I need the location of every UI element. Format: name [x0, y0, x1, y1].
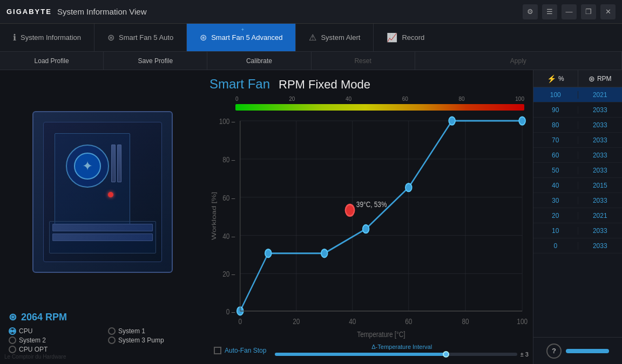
minimize-icon[interactable]: — [562, 4, 577, 19]
rpm-row: 60 2033 [533, 148, 622, 163]
settings-icon[interactable]: ⚙ [523, 4, 538, 19]
ram-stick-2 [117, 145, 121, 182]
rpm-cell-rpm: 2033 [578, 227, 623, 235]
list-icon[interactable]: ☰ [542, 4, 557, 19]
svg-text:60: 60 [405, 317, 412, 326]
help-slider[interactable] [566, 349, 609, 353]
chart-point-4[interactable] [405, 183, 412, 191]
delta-temperature-section: Δ-Temperature Interval ± 3 [275, 344, 529, 358]
rpm-cell-rpm: 2021 [578, 91, 623, 99]
expansion-card-1 [52, 224, 153, 231]
fan-rpm-value: 2064 RPM [21, 312, 67, 323]
chart-point-2[interactable] [321, 249, 328, 257]
window-controls: ⚙ ☰ — ❐ ✕ [523, 4, 616, 19]
nav-tabs: ℹ System Information ⊛ Smart Fan 5 Auto … [0, 24, 622, 52]
chart-point-6[interactable] [519, 117, 525, 125]
rpm-col-rpm-label: RPM [597, 75, 612, 83]
reset-button[interactable]: Reset [312, 52, 415, 70]
expansion-card-2 [52, 233, 153, 241]
close-icon[interactable]: ✕ [600, 4, 616, 19]
auto-fan-stop-checkbox[interactable] [214, 347, 221, 354]
temperature-gradient-bar [209, 104, 529, 111]
svg-text:20 –: 20 – [222, 270, 235, 279]
fan-source-selector: CPU System 1 System 2 System 3 Pump CPU … [9, 327, 197, 353]
rpm-table-header: ⚡ % ⊛ RPM [533, 70, 622, 87]
radio-cpu[interactable]: CPU [9, 327, 97, 335]
fan-info: ⊛ 2064 RPM CPU System 1 System 2 [6, 307, 199, 358]
titlebar: GIGABYTE System Information View ⚙ ☰ — ❐… [0, 0, 622, 24]
delta-temp-slider[interactable] [275, 353, 517, 356]
rpm-col-header-rpm: ⊛ RPM [578, 70, 623, 87]
chart-point-3[interactable] [363, 225, 369, 233]
pc-case-inner: ✦ [43, 122, 162, 262]
radio-system2[interactable]: System 2 [9, 336, 97, 344]
save-profile-button[interactable]: Save Profile [104, 52, 207, 70]
chart-title-mode: RPM Fixed Mode [279, 78, 370, 92]
rpm-cell-percent: 30 [533, 197, 578, 204]
cpu-fan-inner: ✦ [74, 153, 101, 180]
rpm-cell-rpm: 2033 [578, 152, 623, 159]
rpm-cell-rpm: 2021 [578, 212, 623, 219]
chart-point-1[interactable] [265, 249, 272, 257]
chart-title-smart: Smart Fan [209, 77, 270, 92]
help-button[interactable]: ? [546, 344, 562, 359]
tab-system-info[interactable]: ℹ System Information [0, 24, 94, 51]
tab-smart-fan-auto[interactable]: ⊛ Smart Fan 5 Auto [94, 24, 187, 51]
svg-text:39°C, 53%: 39°C, 53% [356, 200, 387, 209]
fan-icon: ⊛ [589, 74, 595, 83]
svg-text:40: 40 [349, 317, 356, 326]
record-icon: 📈 [387, 32, 397, 43]
chart-svg-container[interactable]: .grid-line { stroke: #2a2d35; stroke-wid… [209, 113, 529, 340]
svg-text:40 –: 40 – [222, 231, 235, 241]
fan-rpm-icon: ⊛ [9, 311, 17, 323]
calibrate-label: Calibrate [246, 57, 272, 65]
temp-gradient [235, 104, 524, 111]
rpm-row: 100 2021 [533, 87, 622, 102]
rpm-cell-percent: 60 [533, 152, 578, 159]
calibrate-button[interactable]: Calibrate [207, 52, 311, 70]
rpm-cell-percent: 80 [533, 121, 578, 129]
fan-advanced-icon: ⊛ [200, 32, 207, 43]
radio-system3[interactable]: System 3 Pump [108, 336, 197, 344]
rpm-table-body: 100 2021 90 2033 80 2033 70 2033 60 2033… [533, 87, 622, 337]
svg-text:80: 80 [462, 317, 469, 326]
radio-system2-label: System 2 [19, 336, 46, 344]
tab-record-label: Record [402, 33, 424, 42]
rpm-row: 0 2033 [533, 238, 622, 253]
load-profile-button[interactable]: Load Profile [0, 52, 104, 70]
rpm-cell-rpm: 2015 [578, 182, 623, 189]
rpm-row: 40 2015 [533, 178, 622, 193]
auto-fan-stop-control[interactable]: Auto-Fan Stop [214, 347, 266, 354]
ram-stick-1 [111, 145, 116, 182]
fan-indicator-dot [108, 192, 113, 197]
rpm-cell-percent: 10 [533, 227, 578, 235]
fan-auto-icon: ⊛ [107, 32, 114, 43]
restore-icon[interactable]: ❐ [581, 4, 596, 19]
radio-circle-cpu [9, 327, 16, 335]
tab-smart-fan-advanced[interactable]: ⊛ + Smart Fan 5 Advanced [187, 24, 296, 51]
radio-system1-label: System 1 [118, 327, 145, 335]
fan-curve-chart[interactable]: .grid-line { stroke: #2a2d35; stroke-wid… [209, 113, 529, 340]
tab-smart-fan-auto-label: Smart Fan 5 Auto [119, 33, 173, 42]
apply-label: Apply [510, 57, 526, 65]
delta-temp-label: Δ-Temperature Interval [371, 344, 432, 350]
motherboard-area: ✦ [55, 133, 130, 230]
chart-point-5[interactable] [449, 117, 455, 125]
tab-record[interactable]: 📈 Record [374, 24, 437, 51]
radio-system3-label: System 3 Pump [118, 336, 164, 344]
radio-system1[interactable]: System 1 [108, 327, 197, 335]
delta-temp-slider-row: ± 3 [275, 351, 529, 358]
apply-button[interactable]: Apply [415, 52, 622, 70]
radio-circle-cpuopt [9, 346, 16, 353]
radio-cpuopt[interactable]: CPU OPT [9, 346, 97, 353]
tab-system-alert[interactable]: ⚠ System Alert [296, 24, 374, 51]
rpm-col-header-percent: ⚡ % [533, 70, 578, 87]
delta-temp-value: ± 3 [520, 351, 529, 358]
plus-badge: + [241, 27, 244, 32]
rpm-row: 10 2033 [533, 223, 622, 238]
tab-system-info-label: System Information [21, 33, 81, 42]
delta-slider-thumb[interactable] [443, 351, 449, 358]
svg-text:100 –: 100 – [219, 117, 235, 126]
cpu-fan-circle: ✦ [66, 145, 109, 188]
toolbar: Load Profile Save Profile Calibrate Rese… [0, 52, 622, 70]
